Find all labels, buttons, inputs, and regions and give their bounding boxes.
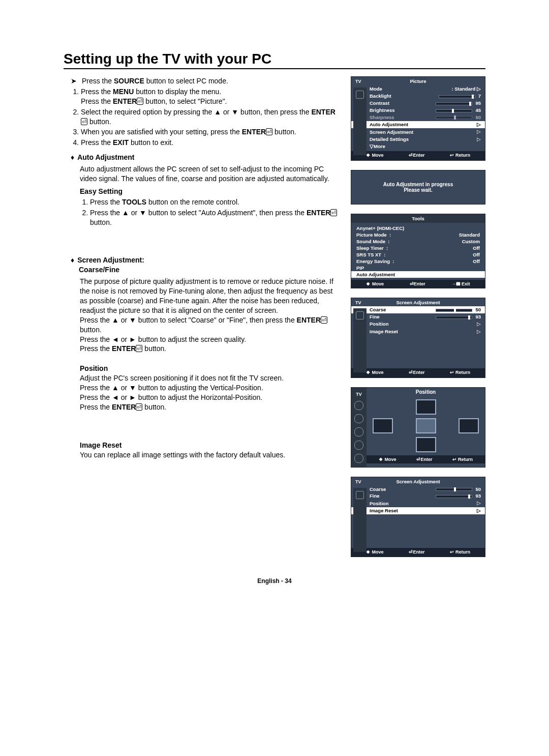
row-auto-adjustment[interactable]: Auto Adjustment▷	[351, 121, 485, 129]
osd-position: TV Position	[351, 387, 485, 468]
step-3: When you are satisfied with your setting…	[81, 127, 341, 137]
tv-icon	[356, 491, 364, 499]
row-position: Position▷	[370, 321, 481, 328]
bullet-icon: ♦	[71, 256, 74, 264]
row-fine: Fine93	[370, 492, 481, 500]
osd-title: Screen Adjustment	[351, 298, 485, 307]
tools-pip: PIP	[356, 265, 480, 271]
image-reset-heading: Image Reset	[80, 441, 341, 450]
screen-body: The purpose of picture quality adjustmen…	[80, 277, 341, 315]
lead-line: ➤ Press the SOURCE button to select PC m…	[71, 76, 341, 86]
tools-auto-adjustment[interactable]: Auto Adjustment	[351, 271, 485, 278]
page-footer: English - 34	[64, 577, 485, 585]
screen-body4: Press the ENTER⏎ button.	[80, 344, 341, 354]
osd-screen-adjustment-2: TV Screen Adjustment Coarse50 Fine93 Pos…	[351, 477, 485, 557]
osd-footer: ⯁ Move⏎Enter↩ Return	[351, 548, 485, 557]
nav-icon	[354, 401, 363, 410]
screen-body3: Press the ◄ or ► button to adjust the sc…	[80, 335, 341, 344]
step-2: Select the required option by pressing t…	[81, 107, 341, 127]
enter-icon: ⏎	[266, 128, 272, 135]
easy-step-2: Press the ▲ or ▼ button to select "Auto …	[90, 208, 341, 227]
tools-title: Tools	[351, 214, 485, 223]
tv-label: TV	[356, 392, 362, 397]
easy-setting-list: Press the TOOLS button on the remote con…	[80, 197, 341, 227]
instruction-column: ➤ Press the SOURCE button to select PC m…	[64, 76, 341, 557]
enter-icon: ⏎	[81, 118, 87, 125]
screen-right-icon	[459, 418, 479, 433]
step-list: Press the MENU button to display the men…	[71, 87, 341, 148]
enter-icon: ⏎	[330, 209, 337, 216]
row-sharpness: Sharpness50	[370, 114, 481, 121]
nav-icon	[354, 427, 363, 437]
auto-adjustment-modal: Auto Adjustment in progress Please wait.	[351, 170, 485, 205]
row-more: ▽More	[370, 143, 481, 150]
position-l1: Adjust the PC's screen positioning if it…	[80, 373, 341, 383]
tools-energy: Energy Saving :Off	[356, 258, 480, 265]
section-auto-adjustment: ♦Auto Adjustment	[71, 153, 341, 162]
osd-column: TV Picture Mode: Standard ▷ Backlight7 C…	[351, 76, 485, 557]
nav-icon	[354, 441, 363, 450]
tools-srs: SRS TS XT :Off	[356, 251, 480, 258]
osd-footer: ⯁ Move⏎Enter↩ Return	[351, 151, 485, 160]
row-mode: Mode: Standard ▷	[370, 85, 481, 93]
osd-screen-adjustment-1: TV Screen Adjustment Coarse50 Fine93 Pos…	[351, 298, 485, 378]
easy-step-1: Press the TOOLS button on the remote con…	[90, 197, 341, 207]
osd-sidebar	[353, 308, 367, 372]
position-pad[interactable]	[367, 396, 485, 455]
screen-body2: Press the ▲ or ▼ button to select "Coars…	[80, 315, 341, 335]
row-coarse[interactable]: Coarse50	[351, 306, 485, 313]
easy-setting-heading: Easy Setting	[80, 187, 341, 196]
auto-adjustment-body: Auto adjustment allows the PC screen of …	[80, 164, 341, 184]
tools-footer: ⯁ Move⏎Enter→⯀ Exit	[351, 280, 485, 288]
bullet-icon: ♦	[71, 153, 74, 161]
osd-picture: TV Picture Mode: Standard ▷ Backlight7 C…	[351, 76, 485, 161]
tools-sound-mode: Sound Mode :Custom	[356, 238, 480, 245]
osd-title: Screen Adjustment	[351, 477, 485, 486]
tv-icon	[356, 91, 364, 99]
position-l2: Press the ▲ or ▼ button to adjusting the…	[80, 383, 341, 393]
row-coarse: Coarse50	[370, 486, 481, 493]
osd-sidebar	[353, 88, 367, 155]
screen-center-icon	[416, 418, 436, 433]
row-image-reset: Image Reset▷	[370, 328, 481, 336]
tv-icon	[356, 311, 364, 319]
position-l4: Press the ENTER⏎ button.	[80, 402, 341, 412]
row-position: Position▷	[370, 500, 481, 507]
enter-icon: ⏎	[136, 403, 142, 411]
row-brightness: Brightness45	[370, 107, 481, 114]
row-contrast: Contrast95	[370, 100, 481, 107]
enter-icon: ⏎	[321, 316, 327, 324]
nav-icon	[354, 414, 363, 423]
tv-label: TV	[355, 479, 361, 485]
position-l3: Press the ◄ or ► button to adjust the Ho…	[80, 393, 341, 402]
osd-footer: ⯁ Move⏎Enter↩ Return	[351, 368, 485, 377]
nav-icon	[354, 454, 363, 463]
screen-top-icon	[416, 399, 436, 415]
osd-tools: Tools Anynet+ (HDMI-CEC) Picture Mode :S…	[351, 214, 485, 288]
tv-label: TV	[355, 300, 361, 306]
section-screen-adjustment: ♦Screen Adjustment: Coarse/Fine	[71, 255, 341, 275]
enter-icon: ⏎	[137, 98, 143, 105]
screen-left-icon	[373, 418, 393, 433]
position-heading: Position	[80, 364, 341, 373]
tv-label: TV	[355, 79, 361, 84]
image-reset-body: You can replace all image settings with …	[80, 450, 341, 460]
row-fine: Fine93	[370, 313, 481, 321]
osd-footer: ⯁ Move⏎Enter↩ Return	[367, 455, 485, 463]
screen-bottom-icon	[416, 437, 436, 452]
tools-picture-mode: Picture Mode :Standard	[356, 231, 480, 238]
row-image-reset[interactable]: Image Reset▷	[351, 507, 485, 515]
chevron-right-icon: ▷	[477, 86, 481, 92]
page-title: Setting up the TV with your PC	[64, 51, 485, 69]
osd-title: Picture	[351, 77, 485, 85]
step-1: Press the MENU button to display the men…	[81, 87, 341, 106]
tools-sleep-timer: Sleep Timer :Off	[356, 245, 480, 251]
row-backlight: Backlight7	[370, 93, 481, 100]
row-screen-adjustment: Screen Adjustment▷	[370, 128, 481, 136]
step-4: Press the EXIT button to exit.	[81, 138, 341, 148]
row-detailed-settings: Detailed Settings▷	[370, 136, 481, 143]
chevron-right-icon: ▷	[477, 122, 481, 128]
osd-sidebar	[353, 488, 367, 552]
pointer-icon: ➤	[71, 77, 77, 85]
tools-anynet: Anynet+ (HDMI-CEC)	[356, 225, 480, 231]
